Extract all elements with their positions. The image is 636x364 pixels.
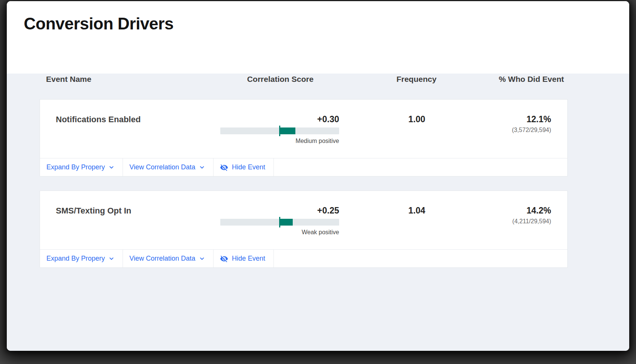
correlation-score-block: +0.25 Weak positive (220, 206, 339, 249)
correlation-zero-tick (279, 126, 280, 136)
frequency-value: 1.04 (341, 206, 493, 249)
expand-by-property-button[interactable]: Expand By Propery (40, 158, 123, 176)
correlation-bar-fill (280, 127, 295, 134)
expand-by-property-button[interactable]: Expand By Propery (40, 250, 123, 267)
expand-by-property-label: Expand By Propery (46, 255, 105, 263)
pct-who-did-cell: 14.2% (4,211/29,594) (493, 206, 568, 249)
page-title: Conversion Drivers (24, 15, 629, 33)
eye-off-icon (220, 255, 228, 263)
column-header-event-name: Event Name (40, 74, 220, 85)
event-name: SMS/Texting Opt In (40, 206, 220, 249)
correlation-score-value: +0.25 (220, 206, 339, 215)
correlation-zero-tick (279, 217, 280, 227)
chevron-down-icon (199, 164, 205, 170)
correlation-strength-label: Weak positive (220, 229, 339, 236)
pct-who-did-fraction: (4,211/29,594) (493, 218, 551, 225)
hide-event-button[interactable]: Hide Event (214, 158, 274, 176)
view-correlation-data-label: View Correlation Data (129, 163, 195, 171)
pct-who-did-value: 12.1% (493, 115, 551, 124)
pct-who-did-fraction: (3,572/29,594) (493, 126, 551, 134)
event-actions-bar: Expand By Propery View Correlation Data (40, 249, 567, 267)
correlation-bar-fill (280, 219, 293, 226)
chevron-down-icon (109, 256, 114, 261)
view-correlation-data-label: View Correlation Data (129, 255, 195, 263)
conversion-drivers-panel: Conversion Drivers Event Name Correlatio… (7, 1, 629, 351)
column-header-pct-who-did-event: % Who Did Event (492, 74, 568, 85)
correlation-score-block: +0.30 Medium positive (220, 115, 339, 158)
event-actions-bar: Expand By Propery View Correlation Data (40, 158, 567, 176)
table-column-headers: Event Name Correlation Score Frequency %… (40, 74, 568, 85)
correlation-bar (220, 219, 339, 226)
correlation-score-value: +0.30 (220, 115, 339, 124)
view-correlation-data-button[interactable]: View Correlation Data (123, 250, 214, 267)
eye-off-icon (220, 163, 228, 172)
expand-by-property-label: Expand By Propery (46, 163, 105, 171)
event-name: Notifications Enabled (40, 115, 220, 158)
view-correlation-data-button[interactable]: View Correlation Data (123, 158, 214, 176)
event-row-card: SMS/Texting Opt In +0.25 Weak positive 1… (40, 190, 568, 268)
correlation-bar (220, 127, 339, 134)
panel-content: Event Name Correlation Score Frequency %… (7, 74, 629, 351)
hide-event-label: Hide Event (232, 255, 265, 263)
pct-who-did-value: 14.2% (493, 206, 551, 215)
hide-event-button[interactable]: Hide Event (214, 250, 274, 267)
column-header-frequency: Frequency (341, 74, 492, 85)
chevron-down-icon (199, 256, 205, 261)
correlation-strength-label: Medium positive (220, 137, 339, 144)
pct-who-did-cell: 12.1% (3,572/29,594) (493, 115, 568, 158)
frequency-value: 1.00 (341, 115, 493, 158)
chevron-down-icon (109, 164, 114, 170)
panel-header: Conversion Drivers (7, 1, 629, 46)
column-header-correlation-score: Correlation Score (220, 74, 341, 85)
event-row-card: Notifications Enabled +0.30 Medium posit… (40, 99, 568, 177)
hide-event-label: Hide Event (232, 163, 265, 171)
